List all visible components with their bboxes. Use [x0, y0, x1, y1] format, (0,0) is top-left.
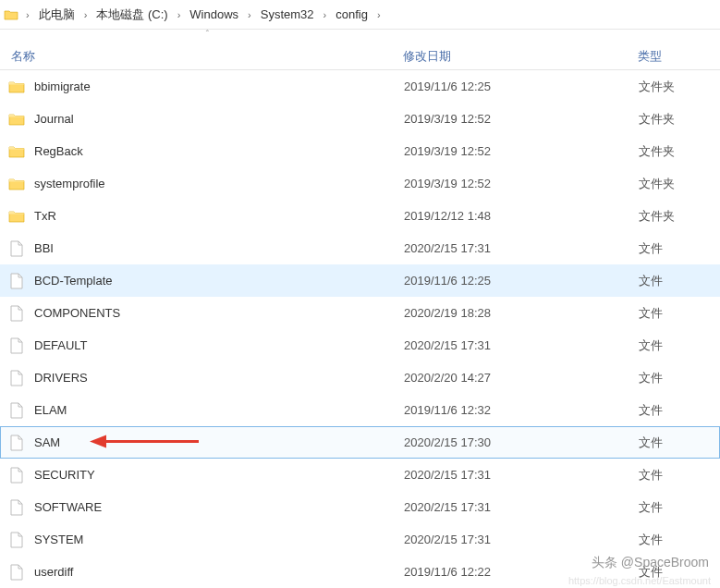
file-date: 2019/11/6 12:32	[404, 403, 639, 417]
file-type: 文件	[639, 240, 712, 257]
file-name-cell: bbimigrate	[8, 79, 404, 95]
file-name: BCD-Template	[34, 274, 113, 288]
file-type: 文件夹	[639, 143, 712, 160]
file-date: 2020/2/15 17:30	[404, 435, 639, 449]
file-name-cell: DEFAULT	[8, 337, 404, 354]
file-name-cell: Journal	[8, 111, 404, 128]
file-icon	[8, 532, 25, 548]
file-date: 2019/3/19 12:52	[404, 177, 639, 190]
file-icon	[8, 273, 25, 289]
file-icon	[8, 402, 25, 419]
file-row[interactable]: systemprofile2019/3/19 12:52文件夹	[0, 167, 720, 200]
crumb-local-disk-c[interactable]: 本地磁盘 (C:)	[92, 5, 171, 25]
file-name: systemprofile	[34, 177, 105, 190]
file-date: 2020/2/15 17:31	[404, 533, 639, 546]
file-name: userdiff	[34, 565, 73, 579]
file-row[interactable]: SOFTWARE2020/2/15 17:31文件	[0, 491, 720, 523]
chevron-right-icon[interactable]: ›	[377, 9, 381, 20]
file-date: 2020/2/15 17:31	[404, 241, 639, 255]
crumb-this-pc[interactable]: 此电脑	[35, 5, 79, 25]
file-icon	[8, 564, 25, 581]
file-name: BBI	[34, 241, 54, 255]
file-type: 文件	[639, 305, 712, 322]
file-name: ELAM	[34, 403, 67, 417]
watermark-url: https://blog.csdn.net/Eastmount	[568, 575, 711, 586]
chevron-right-icon[interactable]: ›	[177, 9, 181, 20]
file-type: 文件	[639, 435, 712, 451]
file-name-cell: TxR	[8, 208, 404, 225]
file-date: 2020/2/15 17:31	[404, 500, 639, 514]
file-row[interactable]: bbimigrate2019/11/6 12:25文件夹	[0, 70, 720, 103]
file-icon	[8, 370, 25, 386]
file-row[interactable]: BBI2020/2/15 17:31文件	[0, 232, 720, 264]
file-row[interactable]: ELAM2019/11/6 12:32文件	[0, 394, 720, 426]
column-header-name[interactable]: 名称	[7, 48, 403, 65]
file-type: 文件	[639, 370, 712, 386]
file-name-cell: SYSTEM	[8, 532, 404, 548]
file-name: DEFAULT	[34, 338, 88, 352]
crumb-config[interactable]: config	[332, 6, 372, 23]
file-date: 2020/2/20 14:27	[404, 371, 639, 385]
file-name-cell: DRIVERS	[8, 370, 404, 386]
file-name-cell: BBI	[8, 240, 404, 257]
file-date: 2019/3/19 12:52	[404, 144, 639, 158]
file-type: 文件	[639, 402, 712, 419]
file-list: bbimigrate2019/11/6 12:25文件夹Journal2019/…	[0, 70, 720, 588]
column-header-type[interactable]: 类型	[638, 48, 713, 65]
file-name: SAM	[34, 435, 60, 449]
file-icon	[8, 499, 25, 516]
file-icon	[8, 435, 25, 451]
file-name: RegBack	[34, 144, 83, 158]
crumb-system32[interactable]: System32	[257, 6, 318, 23]
file-name-cell: BCD-Template	[8, 273, 404, 289]
file-row[interactable]: RegBack2019/3/19 12:52文件夹	[0, 135, 720, 167]
file-row[interactable]: TxR2019/12/12 1:48文件夹	[0, 200, 720, 232]
file-type: 文件	[639, 467, 712, 484]
file-name-cell: SECURITY	[8, 467, 404, 484]
chevron-right-icon[interactable]: ›	[323, 9, 327, 20]
sort-ascending-icon: ˆ	[206, 30, 209, 40]
file-type: 文件夹	[639, 176, 712, 192]
file-name: COMPONENTS	[34, 306, 120, 320]
folder-icon	[8, 79, 25, 95]
file-icon	[8, 337, 25, 354]
file-name: Journal	[34, 112, 74, 126]
file-icon	[8, 467, 25, 484]
file-name: SYSTEM	[34, 533, 83, 546]
column-header-date[interactable]: 修改日期	[403, 48, 638, 65]
file-row[interactable]: DEFAULT2020/2/15 17:31文件	[0, 329, 720, 361]
file-name-cell: ELAM	[8, 402, 404, 419]
file-type: 文件夹	[639, 111, 712, 128]
sort-indicator-row: ˆ	[0, 30, 720, 43]
file-name: bbimigrate	[34, 80, 91, 93]
folder-icon	[8, 143, 25, 160]
file-type: 文件	[639, 499, 712, 516]
chevron-right-icon[interactable]: ›	[26, 9, 30, 20]
breadcrumb[interactable]: › 此电脑 › 本地磁盘 (C:) › Windows › System32 ›…	[0, 0, 720, 30]
breadcrumb-folder-icon	[4, 7, 18, 22]
file-row[interactable]: SAM2020/2/15 17:30文件	[0, 426, 720, 459]
crumb-windows[interactable]: Windows	[186, 6, 242, 23]
file-name: SOFTWARE	[34, 500, 102, 514]
file-date: 2020/2/19 18:28	[404, 306, 639, 320]
file-row[interactable]: BCD-Template2019/11/6 12:25文件	[0, 264, 720, 297]
watermark-text: 头条 @SpaceBroom	[592, 555, 709, 571]
file-date: 2019/12/12 1:48	[404, 209, 639, 223]
file-row[interactable]: COMPONENTS2020/2/19 18:28文件	[0, 297, 720, 329]
file-name: DRIVERS	[34, 371, 88, 385]
folder-icon	[8, 208, 25, 225]
chevron-right-icon[interactable]: ›	[248, 9, 251, 20]
file-name-cell: SAM	[8, 435, 404, 451]
file-row[interactable]: DRIVERS2020/2/20 14:27文件	[0, 361, 720, 394]
file-row[interactable]: Journal2019/3/19 12:52文件夹	[0, 103, 720, 135]
file-name-cell: userdiff	[8, 564, 404, 581]
file-name-cell: RegBack	[8, 143, 404, 160]
chevron-right-icon[interactable]: ›	[84, 9, 88, 20]
file-row[interactable]: SECURITY2020/2/15 17:31文件	[0, 459, 720, 491]
file-row[interactable]: SYSTEM2020/2/15 17:31文件	[0, 523, 720, 556]
file-name-cell: COMPONENTS	[8, 305, 404, 322]
file-type: 文件	[639, 273, 712, 289]
file-icon	[8, 240, 25, 257]
file-date: 2020/2/15 17:31	[404, 468, 639, 482]
file-name: TxR	[34, 209, 56, 223]
